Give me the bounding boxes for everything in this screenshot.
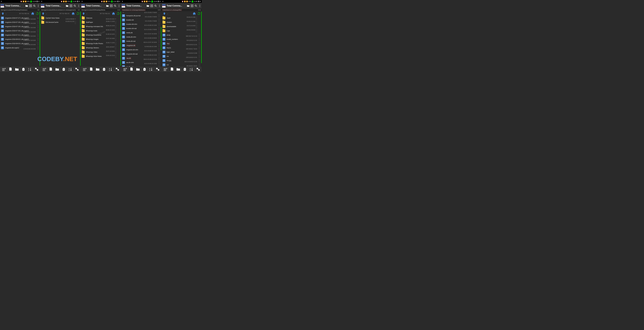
sort-icon[interactable]: AZ: [28, 67, 32, 71]
select-icon[interactable]: [2, 67, 6, 71]
file-row[interactable]: WhatsApp Voice Notes 23.05.18 15:18 ⬚⬚: [81, 54, 121, 58]
stack-icon[interactable]: ⬚⬚: [158, 23, 160, 26]
folder-open-icon[interactable]: [187, 5, 190, 7]
stack-icon[interactable]: ⬚⬚: [115, 50, 116, 54]
file-row[interactable]: downloadable 22.07.18 18:59 ⬚⬚: [162, 24, 202, 29]
file-row[interactable]: wa.db-wal 422.4 k 02.08.18 08:10 ⬚⬚: [121, 65, 161, 67]
scrollbar[interactable]: [120, 12, 121, 66]
app-logo-icon[interactable]: [162, 4, 166, 8]
up-icon[interactable]: [82, 12, 86, 15]
file-row[interactable]: invalid_numbers 53 01.08.18 12:32 ⬚⬚: [162, 37, 202, 41]
sort-icon[interactable]: AZ: [108, 67, 113, 71]
file-row[interactable]: rc2 69 24.09.17 18:22 ⬚⬚: [162, 63, 202, 67]
stack-icon[interactable]: ⬚⬚: [158, 61, 160, 64]
select-icon[interactable]: [42, 67, 46, 71]
file-row[interactable]: msgstore-2018-08-03.1.db.crypt12 2.0 M 0…: [0, 41, 40, 46]
delete-icon[interactable]: [183, 67, 187, 71]
file-row[interactable]: msgstore-2018-07-30.1.db.crypt12 2.0 M 2…: [0, 29, 40, 33]
share-icon[interactable]: [34, 67, 38, 71]
path-bar[interactable]: /storage/emulated/0/WhatsApp/Databases 0…: [0, 9, 40, 11]
menu-icon[interactable]: [77, 5, 80, 7]
sort-icon[interactable]: AZ: [189, 67, 194, 71]
scrollbar[interactable]: [201, 12, 202, 63]
stack-icon[interactable]: ⬚⬚: [36, 33, 39, 37]
sort-icon[interactable]: AZ: [149, 67, 153, 71]
stack-icon[interactable]: ⬚⬚: [158, 40, 160, 43]
bookmark-icon[interactable]: [70, 5, 72, 7]
reload-icon[interactable]: [116, 12, 120, 15]
file-row[interactable]: location.db-shm 32.0 k 03.08.18 13:06 ⬚⬚: [121, 22, 161, 26]
file-row[interactable]: msgstore-2018-07-29.1.db.crypt12 2.0 M 2…: [0, 24, 40, 29]
file-row[interactable]: location.db 4.0 k 25.09.17 00:00 ⬚⬚: [121, 18, 161, 22]
arrow-icon[interactable]: ⇨: [115, 18, 116, 20]
scrollbar[interactable]: [40, 12, 40, 66]
file-row-partial[interactable]: 32.0 k 25.09.17 00:00 ⇨: [121, 11, 161, 14]
file-row[interactable]: WhatsApp Images 22.07.18 19:00 ⬚⬚: [81, 37, 121, 41]
stack-icon[interactable]: ⬚⬚: [36, 46, 39, 50]
file-row[interactable]: msgstore.db.crypt12 2.0 M 03.08.18 02:00…: [0, 46, 40, 50]
stack-icon[interactable]: ⬚⬚: [198, 63, 201, 67]
copy-icon[interactable]: [170, 67, 174, 71]
path-bar[interactable]: /data/data/com.whatsapp/databases 0/29: [121, 9, 161, 11]
search-icon[interactable]: [154, 5, 157, 7]
file-row[interactable]: Logs 03.08.18 00:00 ⬚⬚: [162, 29, 202, 33]
file-row[interactable]: WhatsApp Animated Gifs 08.06.18 19:28 ⬚⬚: [81, 24, 121, 29]
stack-icon[interactable]: ⬚⬚: [198, 50, 201, 54]
menu-icon[interactable]: [198, 5, 201, 7]
file-row[interactable]: hsmpacks.db-journal 8.5 k 25.09.17 00:00…: [121, 14, 161, 18]
file-row[interactable]: WhatsApp Documents 01.08.18 10:25 ⬚⬚: [81, 33, 121, 37]
file-row[interactable]: .trash 03.08.18 13:06 ⬚⬚: [162, 16, 202, 20]
stack-icon[interactable]: ⬚⬚: [115, 33, 116, 37]
search-icon[interactable]: [33, 5, 36, 7]
share-icon[interactable]: [75, 67, 79, 71]
stack-icon[interactable]: ⬚⬚: [198, 46, 201, 50]
file-row[interactable]: wa.db 156.0 k 01.08.18 22:16 ⬚⬚: [121, 56, 161, 60]
up-icon[interactable]: [162, 12, 166, 15]
copy-icon[interactable]: [8, 67, 12, 71]
file-row[interactable]: Avatars 01.08.18 13:06 ⬚⬚: [162, 20, 202, 24]
file-row[interactable]: login_failed 1 01.08.18 13:06 ⬚⬚: [162, 50, 202, 54]
share-icon[interactable]: [156, 67, 160, 71]
reload-icon[interactable]: [36, 12, 39, 15]
arrow-icon[interactable]: ⇨: [36, 17, 39, 19]
path-bar[interactable]: /storage/emulated/0/Android/data/com.wha…: [40, 9, 80, 11]
newfolder-icon[interactable]: +: [15, 67, 19, 71]
stack-icon[interactable]: ⬚⬚: [198, 59, 201, 62]
stack-icon[interactable]: ⬚⬚: [36, 29, 39, 33]
stack-icon[interactable]: ⬚⬚: [36, 21, 39, 24]
stack-icon[interactable]: ⬚⬚: [115, 55, 116, 58]
reload-icon[interactable]: [76, 12, 80, 15]
stack-icon[interactable]: ⬚⬚: [196, 16, 197, 20]
file-row[interactable]: me 126 01.08.18 12:31 ⬚⬚: [162, 54, 202, 58]
file-row[interactable]: WhatsApp Audio 08.06.18 19:28 ⬚⬚: [81, 29, 121, 33]
file-row[interactable]: WhatsApp Stickers 18.01.18 04:47 ⬚⬚: [81, 46, 121, 50]
scrollbar[interactable]: [161, 27, 162, 50]
delete-icon[interactable]: [62, 67, 66, 71]
file-row[interactable]: media.db-shm 32.0 k 03.08.18 00:00 ⬚⬚: [121, 35, 161, 39]
stack-icon[interactable]: ⬚⬚: [158, 44, 160, 47]
parent-dots[interactable]: ..: [6, 13, 6, 15]
stack-icon[interactable]: ⬚⬚: [198, 33, 201, 37]
parent-dots[interactable]: ..: [167, 13, 168, 15]
stack-icon[interactable]: ⬚⬚: [115, 25, 116, 28]
home-icon[interactable]: [71, 12, 75, 15]
search-icon[interactable]: [74, 5, 76, 7]
newfolder-icon[interactable]: +: [176, 67, 180, 71]
file-row[interactable]: WhatsApp Profile Photos 25.09.17 12:53 ⬚…: [81, 41, 121, 46]
home-icon[interactable]: [192, 12, 196, 15]
file-row[interactable]: msgstore-2018-07-28.1.db.crypt12 2.0 M 2…: [0, 20, 40, 24]
file-row[interactable]: location.db-wal 52.3 k 25.09.17 00:00 ⬚⬚: [121, 26, 161, 31]
stack-icon[interactable]: ⬚⬚: [158, 27, 160, 30]
app-logo-icon[interactable]: [122, 4, 125, 8]
stack-icon[interactable]: ⬚⬚: [158, 52, 160, 56]
app-logo-icon[interactable]: [41, 4, 44, 8]
file-row[interactable]: media.db-wal 410.4 k 22.07.18 18:59 ⬚⬚: [121, 39, 161, 43]
bookmark-icon[interactable]: [110, 5, 113, 7]
stack-icon[interactable]: ⬚⬚: [158, 57, 160, 60]
file-row[interactable]: msgstore-2018-07-31.1.db.crypt12 2.0 M 3…: [0, 33, 40, 37]
copy-icon[interactable]: [89, 67, 93, 71]
folder-open-icon[interactable]: [66, 5, 68, 7]
newfolder-icon[interactable]: +: [136, 67, 140, 71]
file-row[interactable]: emoji 688 29.07.18 12:19 ⬚⬚: [162, 33, 202, 37]
select-icon[interactable]: [82, 67, 86, 71]
